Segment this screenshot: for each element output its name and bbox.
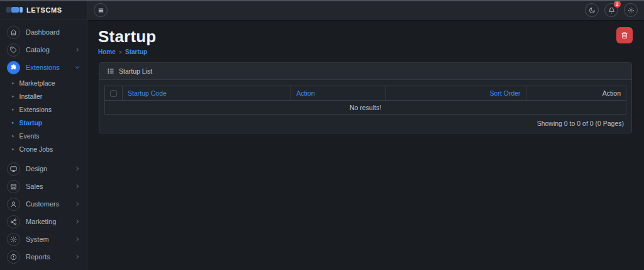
settings-button[interactable] <box>624 3 638 17</box>
table-header-row: Startup Code Action Sort Order Action <box>105 86 626 101</box>
submenu-item-label: Extensions <box>19 106 52 113</box>
caret-icon: ▸ <box>12 147 14 151</box>
sidebar-item-label: Marketing <box>26 218 56 225</box>
select-all-checkbox[interactable] <box>110 90 117 97</box>
action-column-header: Action <box>526 86 626 101</box>
breadcrumb: Home > Startup <box>98 48 633 55</box>
caret-icon: ▸ <box>12 133 14 138</box>
bell-icon <box>608 7 615 14</box>
chevron-right-icon <box>75 166 80 171</box>
sidebar: LETSCMS Dashboard Catalog Extensions <box>0 0 87 270</box>
submenu-item-label: Startup <box>19 119 43 127</box>
submenu-item-extensions[interactable]: ▸ Extensions <box>0 103 87 116</box>
home-icon <box>7 26 20 39</box>
tag-icon <box>7 43 20 57</box>
topbar: 2 <box>87 0 644 21</box>
caret-icon: ▸ <box>12 107 14 111</box>
brand-logo[interactable]: LETSCMS <box>0 0 87 20</box>
submenu-item-label: Marketplace <box>19 79 55 87</box>
menu-toggle-button[interactable] <box>94 3 108 17</box>
chevron-right-icon <box>75 201 80 206</box>
submenu-item-events[interactable]: ▸ Events <box>0 129 87 142</box>
sidebar-item-system[interactable]: System <box>0 230 87 248</box>
gear-icon <box>628 7 635 14</box>
store-icon <box>7 180 20 193</box>
alert-circle-icon <box>7 250 20 264</box>
panel-header: Startup List <box>99 63 631 80</box>
empty-results-text: No results! <box>105 101 626 115</box>
empty-results-row: No results! <box>105 101 626 115</box>
panel-title: Startup List <box>119 67 152 75</box>
list-icon <box>107 67 114 75</box>
breadcrumb-current-link[interactable]: Startup <box>125 48 147 55</box>
submenu-item-label: Installer <box>19 93 43 100</box>
monitor-icon <box>7 162 20 176</box>
breadcrumb-home-link[interactable]: Home <box>98 48 116 55</box>
startup-list-panel: Startup List Startup Code Action Sort Or… <box>99 62 632 133</box>
user-icon <box>7 198 20 211</box>
submenu-item-label: Crone Jobs <box>19 145 53 153</box>
sidebar-item-dashboard[interactable]: Dashboard <box>0 23 87 41</box>
sort-action-link[interactable]: Action <box>296 89 314 97</box>
sidebar-nav: Dashboard Catalog Extensions ▸ Marketpla <box>0 20 87 266</box>
brand-name: LETSCMS <box>26 6 62 14</box>
startup-table: Startup Code Action Sort Order Action No… <box>104 86 626 115</box>
caret-icon: ▸ <box>12 94 14 98</box>
chevron-down-icon <box>75 65 80 70</box>
caret-icon: ▸ <box>12 120 14 125</box>
sidebar-item-catalog[interactable]: Catalog <box>0 41 87 59</box>
gear-icon <box>7 233 20 246</box>
sidebar-item-design[interactable]: Design <box>0 160 87 177</box>
dark-mode-button[interactable] <box>585 3 599 17</box>
sidebar-item-label: Catalog <box>26 46 50 53</box>
sidebar-item-reports[interactable]: Reports <box>0 248 87 266</box>
submenu-item-startup[interactable]: ▸ Startup <box>0 116 87 129</box>
sidebar-item-extensions[interactable]: Extensions <box>0 59 87 76</box>
moon-icon <box>589 7 596 14</box>
sidebar-item-label: Dashboard <box>26 28 60 36</box>
sort-order-link[interactable]: Sort Order <box>490 89 521 97</box>
page-title: Startup <box>98 27 633 47</box>
submenu-item-installer[interactable]: ▸ Installer <box>0 89 87 103</box>
extensions-submenu: ▸ Marketplace ▸ Installer ▸ Extensions ▸… <box>0 76 87 155</box>
sidebar-item-label: Customers <box>26 200 59 208</box>
submenu-item-marketplace[interactable]: ▸ Marketplace <box>0 76 87 89</box>
chevron-right-icon <box>75 237 80 242</box>
chevron-right-icon <box>75 219 80 224</box>
delete-button[interactable] <box>616 27 633 43</box>
sidebar-item-label: Design <box>26 165 47 172</box>
submenu-item-label: Events <box>19 132 40 140</box>
submenu-item-crone-jobs[interactable]: ▸ Crone Jobs <box>0 142 87 155</box>
puzzle-icon <box>7 61 20 74</box>
page-header: Startup Home > Startup <box>88 21 644 55</box>
trash-icon <box>621 31 628 39</box>
chevron-right-icon <box>75 47 80 52</box>
chevron-right-icon <box>75 184 80 189</box>
breadcrumb-separator: > <box>119 49 122 55</box>
caret-icon: ▸ <box>12 81 14 85</box>
sidebar-item-sales[interactable]: Sales <box>0 177 87 195</box>
pagination-status: Showing 0 to 0 of 0 (0 Pages) <box>99 115 631 133</box>
sort-startup-code-link[interactable]: Startup Code <box>128 89 167 97</box>
notifications-button[interactable]: 2 <box>604 3 618 17</box>
hamburger-icon <box>97 7 104 14</box>
share-icon <box>7 215 20 228</box>
panel-body: Startup Code Action Sort Order Action No… <box>99 80 631 115</box>
chevron-right-icon <box>75 254 80 259</box>
sidebar-item-label: Sales <box>26 183 43 190</box>
sidebar-item-label: Reports <box>26 253 50 261</box>
main-content: Startup Home > Startup Startup List <box>88 21 644 270</box>
sidebar-item-label: Extensions <box>26 64 60 71</box>
sidebar-item-marketing[interactable]: Marketing <box>0 213 87 230</box>
brand-logo-icon <box>6 7 23 13</box>
sidebar-item-customers[interactable]: Customers <box>0 195 87 213</box>
sidebar-item-label: System <box>26 235 49 243</box>
notification-badge: 2 <box>614 1 621 8</box>
